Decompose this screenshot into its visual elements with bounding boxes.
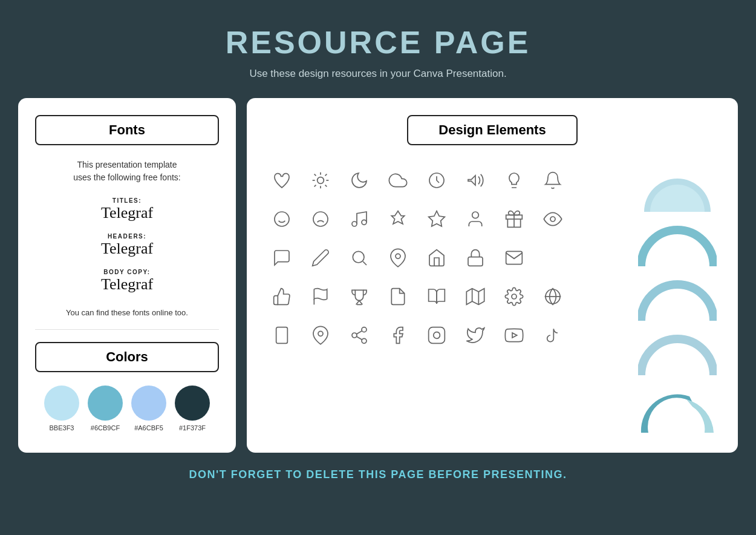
svg-marker-18 xyxy=(429,211,445,226)
eye-icon xyxy=(536,202,570,236)
headers-label: HEADERS: xyxy=(101,233,153,240)
color-swatches: BBE3F3 #6CB9CF #A6CBF5 #1F373F xyxy=(44,386,210,432)
pin-icon xyxy=(381,241,415,275)
empty-icon xyxy=(536,241,570,275)
swatch-4: #1F373F xyxy=(175,386,210,432)
twitter-icon xyxy=(458,318,492,352)
svg-rect-35 xyxy=(276,327,288,344)
svg-point-40 xyxy=(362,338,367,343)
svg-marker-45 xyxy=(512,333,517,338)
clock-icon xyxy=(420,163,454,197)
left-panel: Fonts This presentation template uses th… xyxy=(18,98,236,453)
main-content: Fonts This presentation template uses th… xyxy=(18,98,738,453)
svg-point-32 xyxy=(512,294,516,299)
rocket-icon xyxy=(381,202,415,236)
svg-point-16 xyxy=(352,222,357,226)
icons-row-4 xyxy=(265,280,635,313)
body-label: BODY COPY: xyxy=(101,269,153,275)
svg-line-41 xyxy=(356,336,362,340)
icons-row-5 xyxy=(265,318,635,352)
titles-font-group: TITLES: Telegraf xyxy=(101,197,153,222)
pencil-icon xyxy=(304,241,337,275)
divider xyxy=(35,329,219,330)
svg-point-17 xyxy=(362,220,367,225)
svg-point-38 xyxy=(362,327,367,332)
svg-point-23 xyxy=(353,251,364,263)
thumbsup-icon xyxy=(265,280,299,313)
swatch-1: BBE3F3 xyxy=(44,386,79,432)
body-font-name: Telegraf xyxy=(101,275,153,294)
body-font-group: BODY COPY: Telegraf xyxy=(101,269,153,294)
svg-rect-26 xyxy=(468,257,483,266)
fonts-badge: Fonts xyxy=(35,115,219,145)
svg-line-5 xyxy=(314,174,316,176)
swatch-3: #A6CBF5 xyxy=(131,386,166,432)
star-icon xyxy=(420,202,454,236)
instagram-icon xyxy=(420,318,454,352)
svg-point-13 xyxy=(313,212,328,226)
color-circle-1 xyxy=(44,386,79,421)
svg-point-19 xyxy=(472,212,479,218)
icons-area xyxy=(265,163,720,436)
youtube-icon xyxy=(497,318,531,352)
document-icon xyxy=(381,280,415,313)
arc-4 xyxy=(638,327,717,381)
moon-icon xyxy=(342,163,376,197)
cloud-icon xyxy=(381,163,415,197)
titles-font-name: Telegraf xyxy=(101,204,153,222)
arcs-column xyxy=(635,163,720,436)
search-icon xyxy=(342,241,376,275)
design-elements-badge: Design Elements xyxy=(407,115,577,145)
frown-icon xyxy=(304,202,337,236)
font-note: You can find these fonts online too. xyxy=(66,308,188,317)
mail-icon xyxy=(497,241,531,275)
lock-icon xyxy=(458,241,492,275)
color-circle-3 xyxy=(131,386,166,421)
lightbulb-icon xyxy=(497,163,531,197)
headers-font-name: Telegraf xyxy=(101,240,153,258)
color-hex-3: #A6CBF5 xyxy=(134,424,163,432)
gift-icon xyxy=(497,202,531,236)
svg-marker-29 xyxy=(466,289,484,305)
color-hex-1: BBE3F3 xyxy=(50,424,74,432)
arc-3 xyxy=(638,272,717,327)
svg-line-7 xyxy=(314,185,316,187)
svg-point-25 xyxy=(396,254,400,258)
sun-icon xyxy=(304,163,337,197)
location-icon xyxy=(304,318,337,352)
map-icon xyxy=(458,280,492,313)
svg-point-0 xyxy=(318,177,324,184)
megaphone-icon xyxy=(458,163,492,197)
svg-line-24 xyxy=(363,261,367,265)
color-hex-4: #1F373F xyxy=(179,424,206,432)
headers-font-group: HEADERS: Telegraf xyxy=(101,233,153,258)
facebook-icon xyxy=(381,318,415,352)
settings-icon xyxy=(497,280,531,313)
colors-badge: Colors xyxy=(35,342,219,372)
arc-2 xyxy=(638,218,717,272)
page-subtitle: Use these design resources in your Canva… xyxy=(249,68,506,80)
footer-text: DON'T FORGET TO DELETE THIS PAGE BEFORE … xyxy=(189,468,567,481)
tiktok-icon xyxy=(536,318,570,352)
icons-row-1 xyxy=(265,163,635,197)
home-icon xyxy=(420,241,454,275)
smile-icon xyxy=(265,202,299,236)
svg-point-39 xyxy=(352,333,357,338)
icons-row-3 xyxy=(265,241,635,275)
phone-icon xyxy=(265,318,299,352)
arc-1 xyxy=(638,163,717,218)
svg-rect-43 xyxy=(429,327,445,344)
page-title: RESOURCE PAGE xyxy=(226,24,531,61)
heart-icon xyxy=(265,163,299,197)
flag-icon xyxy=(304,280,337,313)
svg-line-6 xyxy=(325,185,327,187)
icons-row-2 xyxy=(265,202,635,236)
music-icon xyxy=(342,202,376,236)
svg-point-10 xyxy=(275,212,289,226)
share-icon xyxy=(342,318,376,352)
svg-point-22 xyxy=(550,217,555,222)
titles-label: TITLES: xyxy=(101,197,153,204)
color-circle-4 xyxy=(175,386,210,421)
color-circle-2 xyxy=(88,386,123,421)
trophy-icon xyxy=(342,280,376,313)
